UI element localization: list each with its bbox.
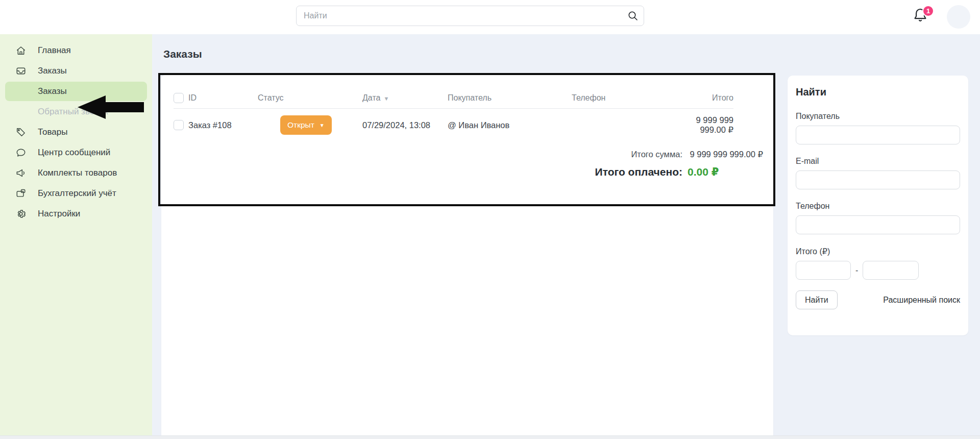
column-header-id[interactable]: ID [188,93,258,103]
column-header-status[interactable]: Статус [258,93,362,103]
sidebar-item-label: Товары [38,127,67,137]
column-header-phone[interactable]: Телефон [572,93,696,103]
megaphone-icon [15,167,27,179]
sidebar-item-accounting[interactable]: Бухгалтерский учёт [0,183,152,204]
window-bottom-strip [0,435,980,439]
column-header-date[interactable]: Дата▼ [362,93,448,103]
sidebar-item-message-center[interactable]: Центр сообщений [0,142,152,163]
sidebar-item-product-bundles[interactable]: Комплекты товаров [0,163,152,183]
app-window: 1 Главная Заказы Заказы О [0,0,980,439]
filter-group-total: Итого (₽) - [796,247,960,280]
sidebar-item-label: Обратный звонок [38,107,108,117]
filter-group-customer: Покупатель [796,112,960,144]
phone-label: Телефон [796,202,960,211]
filter-group-email: E-mail [796,157,960,189]
order-date: 07/29/2024, 13:08 [362,120,448,130]
sidebar-item-label: Центр сообщений [38,148,110,158]
summary-total-value: 9 999 999 999.00 ₽ [688,150,763,159]
sidebar-subitem-orders-active[interactable]: Заказы [5,82,147,101]
sidebar-item-orders[interactable]: Заказы [0,61,152,81]
filter-group-phone: Телефон [796,202,960,234]
chat-icon [15,147,27,158]
sidebar-item-label: Главная [38,45,71,56]
column-header-total[interactable]: Итого [696,93,733,103]
sidebar-item-label: Комплекты товаров [38,168,117,178]
advanced-search-link[interactable]: Расширенный поиск [883,296,960,305]
summary-total-row: Итого сумма: 9 999 999 999.00 ₽ [161,150,763,159]
summary-paid-label: Итого оплачено: [595,166,682,178]
orders-table-header: ID Статус Дата▼ Покупатель Телефон Итого [174,87,733,109]
range-separator: - [855,266,858,275]
notifications-button[interactable]: 1 [912,6,933,28]
phone-field[interactable] [796,215,960,234]
order-total: 9 999 999 999.00 ₽ [696,115,733,135]
wallet-icon [15,188,27,199]
topbar: 1 [0,0,980,34]
sidebar-item-products[interactable]: Товары [0,122,152,142]
order-customer[interactable]: @ Иван Иванов [448,120,572,130]
sidebar: Главная Заказы Заказы Обратный звонок То… [0,34,152,439]
home-icon [15,45,27,56]
sidebar-item-label: Заказы [38,66,67,76]
order-row: Заказ #108 Открыт▼ 07/29/2024, 13:08 @ И… [174,109,733,141]
customer-field[interactable] [796,126,960,144]
global-search-input[interactable] [296,6,644,26]
select-all-checkbox[interactable] [174,93,184,103]
orders-summary: Итого сумма: 9 999 999 999.00 ₽ Итого оп… [161,150,763,178]
orders-card: ID Статус Дата▼ Покупатель Телефон Итого… [161,75,773,439]
order-id[interactable]: Заказ #108 [188,120,258,130]
sidebar-item-label: Заказы [38,86,67,96]
sidebar-menu: Главная Заказы Заказы Обратный звонок То… [0,34,152,224]
sidebar-subitem-callback[interactable]: Обратный звонок [0,102,152,122]
search-icon[interactable] [627,10,639,22]
customer-label: Покупатель [796,112,960,121]
filter-panel: Найти Покупатель E-mail Телефон Итого (₽… [788,76,968,335]
filter-search-button[interactable]: Найти [796,290,838,309]
notification-badge: 1 [922,5,934,17]
filter-actions: Найти Расширенный поиск [796,290,960,309]
total-range-label: Итого (₽) [796,247,960,256]
orders-table: ID Статус Дата▼ Покупатель Телефон Итого… [174,87,733,141]
summary-total-label: Итого сумма: [631,150,682,159]
sidebar-item-home[interactable]: Главная [0,40,152,61]
summary-paid-row: Итого оплачено: 0.00 ₽ [161,166,763,178]
gear-icon [15,208,27,220]
sidebar-item-settings[interactable]: Настройки [0,204,152,224]
global-search [296,6,644,26]
email-label: E-mail [796,157,960,166]
row-checkbox[interactable] [174,120,184,130]
sort-desc-icon[interactable]: ▼ [383,95,389,102]
order-status-dropdown[interactable]: Открыт▼ [280,115,332,135]
column-header-customer[interactable]: Покупатель [448,93,572,103]
filter-panel-title: Найти [796,86,960,98]
sidebar-item-label: Бухгалтерский учёт [38,188,116,199]
email-field[interactable] [796,170,960,189]
total-to-field[interactable] [863,261,919,280]
total-from-field[interactable] [796,261,851,280]
summary-paid-value: 0.00 ₽ [688,166,763,178]
main-content: Заказы ID Статус Дата▼ Покупатель Телефо… [152,34,980,439]
sidebar-item-label: Настройки [38,209,80,219]
page-title: Заказы [163,48,202,60]
tag-icon [15,127,27,138]
avatar[interactable] [947,5,970,29]
orders-icon [15,65,27,77]
chevron-down-icon: ▼ [320,123,325,128]
